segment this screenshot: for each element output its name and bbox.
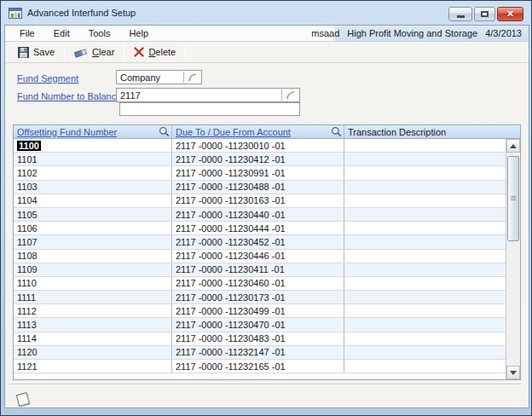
delete-button[interactable]: Delete [126,45,183,59]
menu-edit[interactable]: Edit [44,26,79,40]
grid-cell[interactable]: 1101 [14,153,171,165]
grid-cell[interactable] [344,360,506,373]
grid-cell[interactable]: 2117 -0000 -11230446 -01 [171,250,344,263]
clear-button[interactable]: Clear [66,45,122,60]
grid-cell[interactable] [344,318,506,331]
fund-number-value: 2117 [120,90,141,101]
grid-cell[interactable]: 1104 [14,194,171,207]
table-row[interactable]: 11082117 -0000 -11230446 -01 [14,250,506,263]
table-row[interactable]: 11002117 -0000 -11230010 -01 [14,139,506,153]
table-row[interactable]: 11092117 -0000 -11230411 -01 [14,263,506,277]
grid-cell[interactable]: 2117 -0000 -11230460 -01 [171,277,344,290]
fund-segment-dropdown-button[interactable] [183,72,200,83]
fund-segment-field[interactable]: Company [116,70,202,84]
scrollbar-thumb[interactable] [507,156,519,241]
grid-cell[interactable] [344,332,506,345]
grid-cell[interactable]: 2117 -0000 -11230440 -01 [171,208,344,221]
table-row[interactable]: 11212117 -0000 -11232165 -01 [14,360,506,373]
grid-body: 11002117 -0000 -11230010 -0111012117 -00… [14,139,506,379]
grid-cell[interactable]: 1108 [14,250,171,263]
table-row[interactable]: 11142117 -0000 -11230483 -01 [14,332,506,346]
grid-cell[interactable]: 1100 [14,139,171,152]
menu-file[interactable]: File [10,26,44,40]
column-header-link[interactable]: Due To / Due From Account [176,127,291,137]
vertical-scrollbar[interactable] [506,139,520,379]
grid-cell[interactable]: 1102 [14,166,171,179]
table-row[interactable]: 11062117 -0000 -11230444 -01 [14,222,506,235]
restore-button[interactable] [474,7,495,21]
lookup-magnifier-icon[interactable] [331,126,342,139]
grid-cell[interactable] [344,346,506,359]
column-header-offsetting-fund[interactable]: Offsetting Fund Number [14,125,171,138]
grid-cell[interactable]: 1106 [14,222,171,234]
table-row[interactable]: 11112117 -0000 -11230173 -01 [14,291,506,304]
grid-cell[interactable]: 1121 [14,360,171,373]
grid-cell[interactable]: 2117 -0000 -11230411 -01 [171,263,344,276]
grid-cell[interactable]: 1111 [14,291,171,303]
grid-cell[interactable]: 2117 -0000 -11230010 -01 [171,139,344,152]
scroll-down-button[interactable] [506,366,520,379]
scroll-up-button[interactable] [506,139,520,153]
grid-cell[interactable] [344,250,506,263]
grid-cell[interactable]: 1103 [14,181,171,194]
close-button[interactable]: ✕ [497,7,523,21]
table-row[interactable]: 11072117 -0000 -11230452 -01 [14,235,506,249]
grid-cell[interactable]: 2117 -0000 -11230488 -01 [171,181,344,194]
grid-cell[interactable]: 1112 [14,304,171,317]
grid-cell[interactable]: 1120 [14,346,171,359]
minimize-button[interactable] [448,7,472,21]
table-row[interactable]: 11132117 -0000 -11230470 -01 [14,318,506,332]
fund-number-label[interactable]: Fund Number to Balance [17,91,121,101]
lookup-magnifier-icon[interactable] [159,126,170,139]
grid-cell[interactable]: 2117 -0000 -11230173 -01 [171,291,344,303]
grid-cell[interactable]: 2117 -0000 -11232147 -01 [171,346,344,359]
title-bar[interactable]: Advanced Interfund Setup ✕ [1,1,531,25]
table-row[interactable]: 11042117 -0000 -11230163 -01 [14,194,506,208]
grid-cell[interactable]: 1105 [14,208,171,221]
fund-segment-label[interactable]: Fund Segment [17,73,78,84]
fund-number-lookup-button[interactable] [281,90,298,101]
table-row[interactable]: 11052117 -0000 -11230440 -01 [14,208,506,222]
fund-description-field[interactable] [119,102,300,116]
fund-number-field[interactable]: 2117 [116,88,300,102]
save-button[interactable]: Save [10,45,62,60]
column-header-due-account[interactable]: Due To / Due From Account [171,125,344,138]
grid-cell[interactable]: 1114 [14,332,171,345]
grid-cell[interactable]: 2117 -0000 -11230470 -01 [171,318,344,331]
grid-cell[interactable] [344,222,506,234]
table-row[interactable]: 11122117 -0000 -11230499 -01 [14,304,506,318]
grid-cell[interactable]: 2117 -0000 -11230499 -01 [171,304,344,317]
grid-cell[interactable] [344,235,506,248]
grid-cell[interactable] [344,181,506,194]
table-row[interactable]: 11102117 -0000 -11230460 -01 [14,277,506,291]
grid-cell[interactable]: 2117 -0000 -11230444 -01 [171,222,344,234]
grid-cell[interactable] [344,304,506,317]
grid-cell[interactable]: 1110 [14,277,171,290]
grid-cell[interactable] [344,208,506,221]
grid-cell[interactable] [344,291,506,303]
grid-cell[interactable] [344,139,506,152]
grid-cell[interactable]: 2117 -0000 -11232165 -01 [171,360,344,373]
table-row[interactable]: 11202117 -0000 -11232147 -01 [14,346,506,360]
grid-cell[interactable] [344,153,506,165]
grid-cell[interactable]: 1109 [14,263,171,276]
grid-cell[interactable] [344,263,506,276]
grid-cell[interactable] [344,166,506,179]
grid-cell[interactable]: 2117 -0000 -11230991 -01 [171,166,344,179]
grid-cell[interactable]: 2117 -0000 -11230483 -01 [171,332,344,345]
app-icon [9,6,22,20]
table-row[interactable]: 11012117 -0000 -11230412 -01 [14,153,506,166]
table-row[interactable]: 11022117 -0000 -11230991 -01 [14,166,506,180]
grid-cell[interactable]: 2117 -0000 -11230412 -01 [171,153,344,165]
column-header-link[interactable]: Offsetting Fund Number [17,127,117,137]
menu-tools[interactable]: Tools [79,26,120,40]
grid-cell[interactable]: 1107 [14,235,171,248]
grid-cell[interactable] [344,194,506,207]
grid-cell[interactable] [344,277,506,290]
note-button[interactable] [14,390,32,408]
menu-help[interactable]: Help [119,26,158,40]
table-row[interactable]: 11032117 -0000 -11230488 -01 [14,181,506,194]
grid-cell[interactable]: 2117 -0000 -11230163 -01 [171,194,344,207]
grid-cell[interactable]: 1113 [14,318,171,331]
grid-cell[interactable]: 2117 -0000 -11230452 -01 [171,235,344,248]
